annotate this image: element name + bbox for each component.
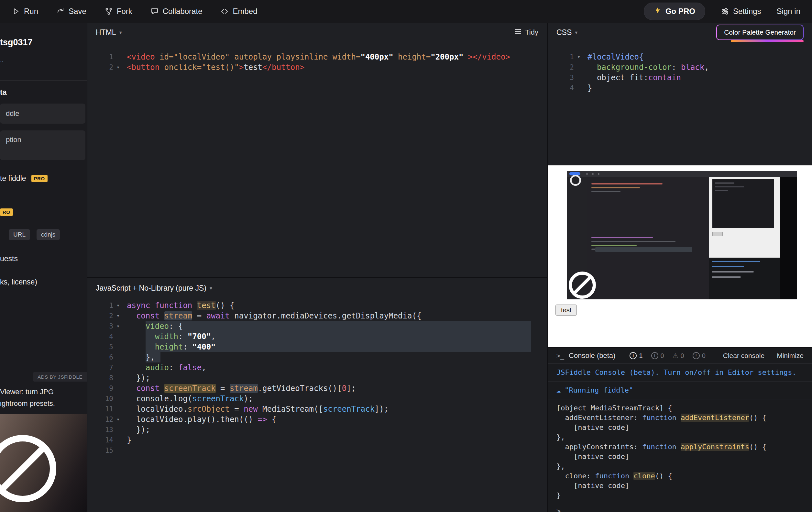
code-token: clone: [556, 472, 595, 480]
code-line-10[interactable]: 10 console.log(screenTrack); [87, 394, 547, 404]
run-button[interactable]: Run [12, 7, 38, 16]
html-panel-label[interactable]: HTML [96, 28, 116, 37]
go-pro-button[interactable]: Go PRO [644, 3, 705, 20]
code-line-11[interactable]: 11 localVideo.srcObject = new MediaStrea… [87, 404, 547, 414]
js-panel-label[interactable]: JavaScript + No-Library (pure JS) [96, 284, 206, 292]
preview-logo [570, 175, 581, 186]
code-line-9[interactable]: 9 const screenTrack = stream.getVideoTra… [87, 383, 547, 394]
fold-arrow-icon[interactable]: ▾ [113, 300, 123, 311]
code-line-4[interactable]: 4} [548, 83, 812, 93]
minimize-console-button[interactable]: Minimize [777, 352, 804, 360]
count-value: 0 [680, 352, 684, 360]
fold-arrow-icon[interactable]: ▾ [113, 62, 123, 73]
code-line-5[interactable]: 5 height: "400" [87, 342, 547, 352]
fold-arrow-icon[interactable]: ▾ [574, 52, 584, 62]
tidy-button[interactable]: Tidy [514, 28, 538, 37]
code-line-3[interactable]: 3 object-fit:contain [548, 73, 812, 83]
code-text: } [584, 83, 592, 93]
code-token: [object MediaStreamTrack] { [556, 404, 672, 412]
line-number: 3 [87, 321, 113, 332]
console-warning-count[interactable]: ⚠0 [673, 352, 684, 360]
code-line-1[interactable]: 1▾async function test() { [87, 300, 547, 311]
code-line-2[interactable]: 2▾<button onclick="test()">test</button> [87, 62, 547, 73]
fiddle-description-input[interactable]: ption [0, 131, 85, 160]
fork-button[interactable]: Fork [105, 7, 132, 16]
line-number: 2 [87, 311, 113, 321]
code-line-6[interactable]: 6 }, [87, 352, 547, 363]
fiddle-title-input[interactable]: ddle [0, 104, 85, 124]
code-token: : [178, 332, 187, 341]
run-label: Run [24, 7, 38, 16]
code-line-1[interactable]: 1<video id="localVideo" autoplay playsin… [87, 52, 547, 62]
preview-test-button [713, 232, 723, 236]
color-palette-generator-button[interactable]: Color Palette Generator [716, 25, 804, 40]
save-button[interactable]: Save [56, 7, 86, 16]
pro-badge: PRO [31, 175, 48, 182]
preview-console [709, 258, 780, 300]
code-text: const stream = await navigator.mediaDevi… [123, 311, 421, 321]
console-log-output: [object MediaStreamTrack] { addEventList… [548, 399, 812, 504]
clear-console-button[interactable]: Clear console [723, 352, 764, 360]
css-panel-label[interactable]: CSS [556, 28, 572, 37]
ad-image[interactable] [0, 414, 87, 512]
local-video-element[interactable] [567, 171, 797, 300]
console-error-count[interactable]: !0 [693, 352, 705, 360]
console-input-prompt[interactable]: > [548, 504, 812, 512]
code-line-1[interactable]: 1▾#localVideo{ [548, 52, 812, 62]
console-log-count[interactable]: i0 [651, 352, 664, 360]
html-code-editor[interactable]: 1<video id="localVideo" autoplay playsin… [87, 42, 547, 73]
lightning-icon [654, 6, 662, 16]
css-code-editor[interactable]: 1▾#localVideo{2 background-color: black,… [548, 42, 812, 93]
ad-text-line1[interactable]: Viewer: turn JPG [0, 388, 54, 396]
chevron-down-icon[interactable]: ▾ [575, 29, 577, 36]
preview-logo-watermark [569, 272, 596, 299]
resource-chip-url[interactable]: URL [9, 229, 30, 240]
code-token: "700" [187, 332, 211, 341]
async-requests-label: uests [0, 254, 18, 263]
sidebar-item-groups[interactable]: RO [0, 208, 13, 216]
fiddle-title[interactable]: tsg0317 [0, 37, 33, 48]
resource-chip-cdnjs[interactable]: cdnjs [36, 229, 60, 240]
code-line-4[interactable]: 4 width: "700", [87, 332, 547, 342]
code-token [150, 301, 155, 310]
test-button[interactable]: test [555, 305, 577, 316]
code-line-7[interactable]: 7 audio: false, [87, 363, 547, 373]
code-text: <button onclick="test()">test</button> [123, 62, 304, 73]
chevron-down-icon[interactable]: ▾ [119, 29, 122, 36]
collaborate-button[interactable]: Collaborate [150, 7, 203, 16]
chevron-down-icon[interactable]: ▾ [210, 285, 212, 291]
sidebar-item-private-fiddle[interactable]: te fiddle PRO [0, 174, 48, 183]
fold-arrow-icon[interactable]: ▾ [113, 321, 123, 332]
resources-chips: URLcdnjs [9, 229, 60, 240]
sign-in-button[interactable]: Sign in [777, 7, 800, 16]
code-token: </button> [262, 63, 304, 72]
console-header: >_ Console (beta) i1 i0 ⚠0 !0 Clear cons… [548, 348, 812, 364]
code-line-2[interactable]: 2▾ const stream = await navigator.mediaD… [87, 311, 547, 321]
code-line-2[interactable]: 2 background-color: black, [548, 62, 812, 73]
code-token: "test()" [202, 63, 239, 72]
fork-icon [105, 7, 113, 16]
code-token: ); [243, 394, 253, 403]
code-token: > [239, 63, 243, 72]
sidebar: tsg0317 .. ta ddle ption te fiddle PRO R… [0, 23, 87, 512]
js-code-editor[interactable]: 1▾async function test() {2▾ const stream… [87, 298, 547, 456]
code-text: width: "700", [123, 332, 216, 342]
fold-arrow-icon[interactable]: ▾ [113, 414, 123, 425]
code-token: false [178, 363, 202, 372]
console-info-count[interactable]: i1 [630, 352, 642, 360]
embed-button[interactable]: Embed [220, 7, 257, 16]
code-token: [native code] [556, 482, 629, 490]
code-line-13[interactable]: 13 }); [87, 425, 547, 435]
sidebar-item-async-requests[interactable]: uests [0, 254, 18, 263]
code-token: applyConstraints [680, 443, 749, 451]
settings-button[interactable]: Settings [721, 7, 761, 16]
fold-arrow-icon[interactable]: ▾ [113, 311, 123, 321]
sidebar-item-other-links[interactable]: ks, license) [0, 278, 37, 286]
code-line-15[interactable]: 15 [87, 445, 547, 456]
ad-text-line2[interactable]: ightroom presets. [0, 399, 55, 408]
code-line-14[interactable]: 14} [87, 435, 547, 445]
code-line-8[interactable]: 8 }); [87, 373, 547, 383]
code-token: , [211, 332, 215, 341]
code-line-3[interactable]: 3▾ video: { [87, 321, 547, 332]
code-line-12[interactable]: 12▾ localVideo.play().then(() => { [87, 414, 547, 425]
